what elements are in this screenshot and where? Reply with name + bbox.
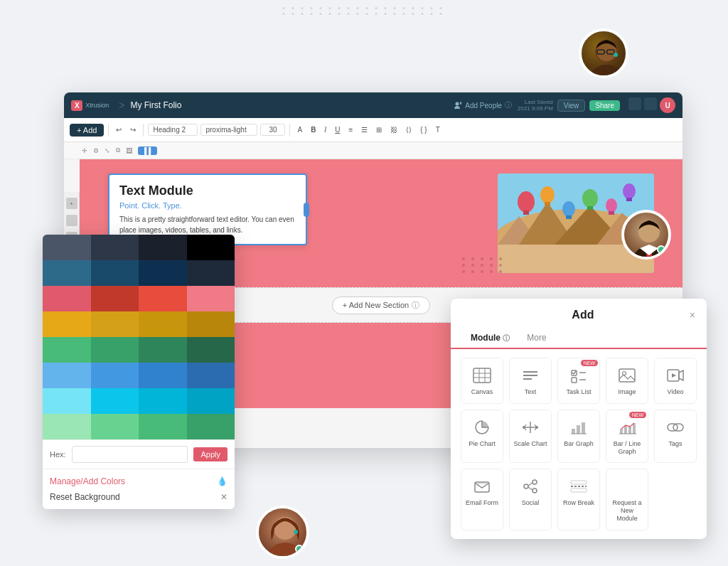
device-icon[interactable]: [628, 97, 641, 110]
color-swatch[interactable]: [139, 311, 187, 337]
svg-point-25: [540, 186, 555, 203]
redo-button[interactable]: ↪: [127, 124, 139, 135]
color-swatch[interactable]: [91, 311, 139, 337]
color-swatch[interactable]: [91, 363, 139, 388]
color-swatch[interactable]: [43, 311, 91, 337]
color-swatch[interactable]: [43, 414, 91, 439]
text-button[interactable]: T: [433, 124, 443, 135]
svg-rect-63: [582, 422, 585, 434]
color-swatch[interactable]: [187, 337, 235, 363]
align-left-button[interactable]: ≡: [346, 124, 355, 135]
color-swatch[interactable]: [91, 235, 139, 260]
color-swatch[interactable]: [139, 363, 187, 388]
color-swatch[interactable]: [187, 388, 235, 414]
view-button[interactable]: View: [557, 100, 586, 112]
module-item-image[interactable]: Image: [606, 358, 648, 404]
element-active-indicator[interactable]: ▐ ▌: [138, 146, 157, 155]
svg-rect-62: [577, 425, 580, 434]
color-swatch[interactable]: [43, 363, 91, 388]
color-swatch[interactable]: [139, 414, 187, 439]
color-swatch[interactable]: [43, 286, 91, 311]
top-nav: X Xtrusion > My First Folio Add People ⓘ…: [64, 92, 682, 118]
panel-close-button[interactable]: ×: [690, 309, 695, 321]
element-duplicate[interactable]: ⧉: [116, 146, 120, 154]
share-button[interactable]: Share: [589, 100, 620, 111]
sidebar-tool-2[interactable]: [66, 215, 77, 226]
module-label: Email Form: [466, 499, 498, 507]
italic-button[interactable]: I: [321, 124, 329, 135]
color-swatch[interactable]: [187, 286, 235, 311]
undo-button[interactable]: ↩: [113, 124, 124, 135]
code-button[interactable]: { }: [417, 124, 429, 135]
color-swatch[interactable]: [91, 286, 139, 311]
more-format-button[interactable]: ⟨⟩: [403, 124, 414, 135]
settings-icon[interactable]: [644, 97, 657, 110]
module-item-row-break[interactable]: Row Break: [557, 469, 600, 530]
module-item-video[interactable]: Video: [654, 358, 697, 404]
reset-background-row[interactable]: Reset Background ✕: [50, 489, 228, 505]
color-swatch[interactable]: [187, 260, 235, 286]
color-swatch[interactable]: [187, 414, 235, 439]
module-item-canvas[interactable]: Canvas: [461, 358, 503, 404]
module-item-bar-/-line-graph[interactable]: NEWBar / Line Graph: [606, 410, 648, 464]
module-item-pie-chart[interactable]: Pie Chart: [461, 410, 503, 464]
svg-rect-30: [587, 206, 593, 210]
resize-handle[interactable]: [304, 203, 309, 217]
link-button[interactable]: ⛓: [387, 124, 400, 135]
list-button[interactable]: ☰: [358, 124, 370, 135]
manage-colors-row[interactable]: Manage/Add Colors 💧: [50, 474, 228, 489]
svg-rect-80: [571, 481, 587, 484]
color-swatch[interactable]: [91, 388, 139, 414]
underline-button[interactable]: U: [332, 124, 343, 135]
add-new-section-button[interactable]: + Add New Section ⓘ: [332, 297, 430, 314]
color-swatch[interactable]: [43, 260, 91, 286]
element-image[interactable]: 🖼: [126, 147, 132, 154]
add-button[interactable]: + Add: [70, 124, 104, 137]
module-label: Scale Chart: [513, 440, 547, 448]
logo[interactable]: X Xtrusion: [71, 100, 109, 111]
module-label: Bar / Line Graph: [609, 440, 645, 456]
color-swatch[interactable]: [139, 235, 187, 260]
module-item-bar-graph[interactable]: Bar Graph: [557, 410, 600, 464]
user-avatar[interactable]: U: [660, 97, 675, 113]
element-settings[interactable]: ⚙: [93, 147, 99, 154]
font-color-button[interactable]: A: [294, 124, 305, 135]
module-item-social[interactable]: Social: [509, 469, 552, 530]
element-resize[interactable]: ⤡: [105, 147, 110, 154]
font-select[interactable]: proxima-light: [200, 124, 257, 136]
avatar-bottom-center: [256, 506, 309, 559]
font-size[interactable]: 30: [260, 124, 285, 136]
color-swatch[interactable]: [91, 337, 139, 363]
sidebar-tool-1[interactable]: +: [66, 198, 77, 209]
table-button[interactable]: ⊞: [373, 124, 385, 135]
svg-point-74: [524, 484, 528, 488]
module-item-task-list[interactable]: NEWTask List: [557, 358, 600, 404]
color-swatch[interactable]: [139, 337, 187, 363]
color-swatch[interactable]: [187, 311, 235, 337]
svg-point-31: [606, 198, 617, 213]
color-swatch[interactable]: [43, 388, 91, 414]
color-swatch[interactable]: [187, 363, 235, 388]
tab-module[interactable]: Module ⓘ: [462, 329, 518, 349]
tab-more[interactable]: More: [518, 329, 555, 348]
module-item-request-a-new-module[interactable]: Request a New Module: [606, 469, 648, 530]
color-swatch[interactable]: [139, 260, 187, 286]
element-move[interactable]: ✛: [82, 147, 87, 154]
color-swatch[interactable]: [139, 286, 187, 311]
module-item-tags[interactable]: Tags: [654, 410, 697, 464]
add-people-button[interactable]: Add People ⓘ: [454, 100, 512, 110]
hex-input[interactable]: [72, 446, 188, 463]
svg-line-78: [528, 487, 532, 490]
bold-button[interactable]: B: [308, 124, 318, 135]
module-item-email-form[interactable]: Email Form: [461, 469, 503, 530]
color-swatch[interactable]: [91, 414, 139, 439]
module-item-scale-chart[interactable]: Scale Chart: [509, 410, 552, 464]
heading-select[interactable]: Heading 2: [148, 124, 198, 136]
module-item-text[interactable]: Text: [509, 358, 552, 404]
color-swatch[interactable]: [139, 388, 187, 414]
color-swatch[interactable]: [43, 337, 91, 363]
color-swatch[interactable]: [43, 235, 91, 260]
color-swatch[interactable]: [187, 235, 235, 260]
apply-color-button[interactable]: Apply: [193, 447, 228, 461]
color-swatch[interactable]: [91, 260, 139, 286]
